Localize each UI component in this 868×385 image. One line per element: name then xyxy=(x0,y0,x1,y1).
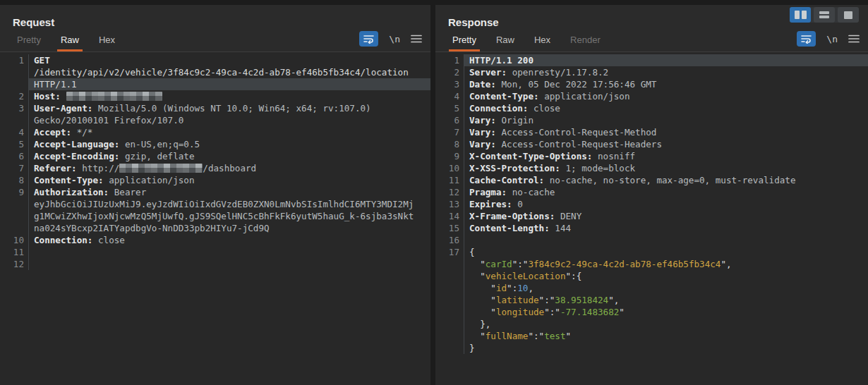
code-text: Vary: Access-Control-Request-Headers xyxy=(464,138,868,150)
code-token: gzip, deflate xyxy=(125,151,195,161)
code-line: 12Pragma: no-cache xyxy=(435,186,868,198)
layout-side-by-side-button[interactable] xyxy=(790,7,811,23)
code-text: Gecko/20100101 Firefox/107.0 xyxy=(29,114,430,126)
newline-display-toggle[interactable]: \n xyxy=(389,34,400,44)
code-token: } xyxy=(469,343,475,353)
line-number xyxy=(0,66,29,78)
code-text: Host: xyxy=(29,90,430,102)
tab-hex[interactable]: Hex xyxy=(524,30,560,51)
layout-single-button[interactable] xyxy=(838,7,859,23)
code-text: HTTP/1.1 xyxy=(29,78,430,90)
line-number: 6 xyxy=(435,114,464,126)
code-token: GET xyxy=(34,55,50,66)
line-number: 1 xyxy=(0,54,29,66)
code-token: Pragma: xyxy=(469,187,512,197)
code-text: User-Agent: Mozilla/5.0 (Windows NT 10.0… xyxy=(29,102,430,114)
code-text: Connection: close xyxy=(29,234,430,246)
code-token: */* xyxy=(77,127,93,138)
tab-raw[interactable]: Raw xyxy=(486,30,524,51)
code-token: http:// xyxy=(82,163,119,173)
line-number xyxy=(435,342,464,354)
code-token: Expires: xyxy=(469,199,517,209)
code-text: X-Frame-Options: DENY xyxy=(464,210,868,222)
code-token: Authorization: xyxy=(34,187,114,197)
code-token: }, xyxy=(469,319,490,329)
line-number xyxy=(435,258,464,270)
code-token: HTTP/1.1 xyxy=(34,79,77,90)
soft-wrap-toggle-button[interactable] xyxy=(359,31,378,47)
code-line: 4Accept: */* xyxy=(0,126,430,138)
code-token: Connection: xyxy=(34,235,98,245)
tab-pretty[interactable]: Pretty xyxy=(7,30,51,51)
code-token: application/json xyxy=(109,175,194,185)
code-token: Date: xyxy=(469,79,502,90)
code-line: 14X-Frame-Options: DENY xyxy=(435,210,868,222)
code-line: 9X-Content-Type-Options: nosniff xyxy=(435,150,868,162)
tab-pretty[interactable]: Pretty xyxy=(442,30,486,51)
code-token: X-Content-Type-Options: xyxy=(469,151,598,161)
code-line: 6Vary: Origin xyxy=(435,114,868,126)
code-token: /identity/api/v2/vehicle/3f84c9c2-49ca-4… xyxy=(34,67,409,78)
code-text: Vary: Origin xyxy=(464,114,868,126)
response-editor[interactable]: 1HTTP/1.1 2002Server: openresty/1.17.8.2… xyxy=(435,52,868,385)
code-text: Accept-Encoding: gzip, deflate xyxy=(29,150,430,162)
tab-render[interactable]: Render xyxy=(560,30,610,51)
code-token: HTTP/1.1 200 xyxy=(469,55,534,66)
code-text: { xyxy=(464,246,868,258)
code-token: ":" xyxy=(528,331,544,341)
line-number xyxy=(0,198,29,210)
line-number xyxy=(435,270,464,282)
code-line: "fullName":"test" xyxy=(435,330,868,342)
code-line: 1HTTP/1.1 200 xyxy=(435,54,868,66)
editor-menu-button[interactable] xyxy=(848,35,860,43)
code-text: "fullName":"test" xyxy=(464,330,868,342)
code-token: User-Agent: xyxy=(34,103,98,114)
code-text: Content-Length: 144 xyxy=(464,222,868,234)
redacted-text xyxy=(119,164,203,173)
line-number xyxy=(435,318,464,330)
code-token: " xyxy=(469,331,486,341)
code-token: " xyxy=(469,295,496,305)
code-token: 144 xyxy=(555,223,571,233)
code-token: " xyxy=(469,283,496,293)
code-token: Origin xyxy=(502,115,534,126)
code-token: { xyxy=(469,247,475,257)
request-tabs: PrettyRawHex xyxy=(7,30,125,51)
code-line: 8Vary: Access-Control-Request-Headers xyxy=(435,138,868,150)
code-token: -77.1483682 xyxy=(560,307,619,317)
code-line: 11 xyxy=(0,246,430,258)
code-text: } xyxy=(464,342,868,354)
code-token: 1; mode=block xyxy=(565,163,635,173)
line-number: 14 xyxy=(435,210,464,222)
line-number: 2 xyxy=(435,66,464,78)
code-token: Cache-Control: xyxy=(469,175,550,185)
code-line: 16 xyxy=(435,234,868,246)
code-line: "vehicleLocation":{ xyxy=(435,270,868,282)
line-number: 10 xyxy=(0,234,29,246)
code-token: Content-Length: xyxy=(469,223,555,233)
code-token: ", xyxy=(721,259,731,269)
tab-raw[interactable]: Raw xyxy=(51,30,89,51)
code-token: Accept: xyxy=(34,127,77,138)
code-text: Referer: http:///dashboard xyxy=(29,162,430,174)
code-text: Server: openresty/1.17.8.2 xyxy=(464,66,868,78)
line-number: 3 xyxy=(0,102,29,114)
layout-button-group xyxy=(790,7,859,23)
code-token: openresty/1.17.8.2 xyxy=(512,67,608,78)
code-text xyxy=(464,234,868,246)
code-text: "longitude":"-77.1483682" xyxy=(464,306,868,318)
newline-display-toggle[interactable]: \n xyxy=(826,34,838,44)
code-line: 13Expires: 0 xyxy=(435,198,868,210)
layout-stacked-button[interactable] xyxy=(814,7,835,23)
code-line: eyJhbGciOiJIUzUxMiJ9.eyJzdWIiOiIxdGVzdEB… xyxy=(0,198,430,210)
code-line: "latitude":"38.9518424", xyxy=(435,294,868,306)
code-token: " xyxy=(469,271,486,281)
request-editor[interactable]: 1GET/identity/api/v2/vehicle/3f84c9c2-49… xyxy=(0,52,430,385)
editor-menu-button[interactable] xyxy=(411,35,422,43)
redacted-text xyxy=(66,92,162,101)
soft-wrap-toggle-button[interactable] xyxy=(797,31,816,47)
tab-hex[interactable]: Hex xyxy=(89,30,125,51)
code-token: Connection: xyxy=(469,103,534,114)
code-text: X-Content-Type-Options: nosniff xyxy=(464,150,868,162)
code-line: 10Connection: close xyxy=(0,234,430,246)
